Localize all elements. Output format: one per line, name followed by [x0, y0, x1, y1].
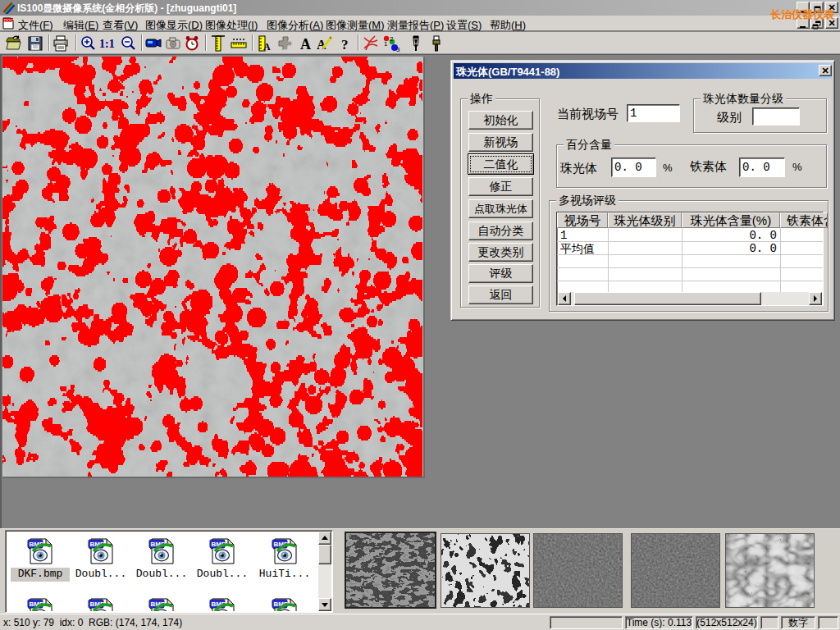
- svg-text:1: 1: [384, 40, 388, 48]
- svg-text:A: A: [263, 41, 271, 52]
- svg-text:3: 3: [396, 46, 400, 52]
- svg-text:A: A: [300, 36, 311, 52]
- svg-text:DOC: DOC: [4, 18, 14, 23]
- svg-text:1:1: 1:1: [99, 38, 115, 50]
- svg-text:?: ?: [341, 37, 349, 52]
- svg-text:2: 2: [390, 35, 394, 43]
